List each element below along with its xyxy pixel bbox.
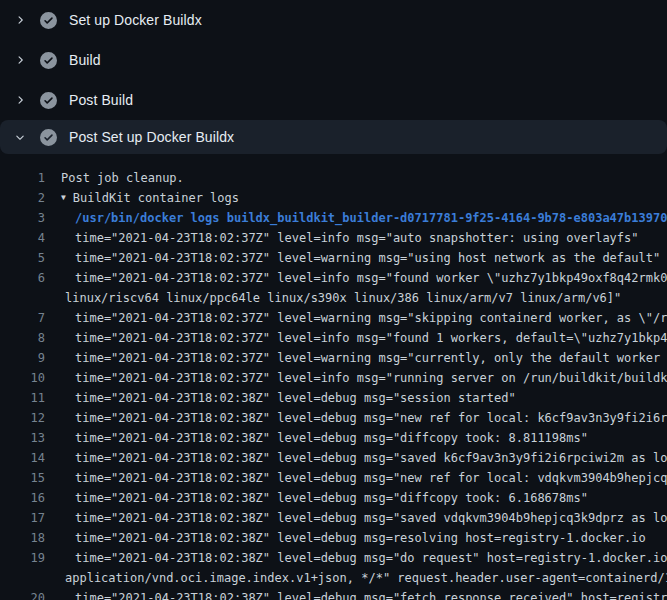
log-line: 15time="2021-04-23T18:02:38Z" level=debu… — [0, 468, 667, 488]
chevron-right-icon — [12, 12, 28, 28]
line-number[interactable]: 18 — [0, 528, 45, 548]
line-number[interactable]: 11 — [0, 388, 45, 408]
step-label: Build — [69, 52, 101, 68]
line-number[interactable]: 2 — [0, 188, 45, 208]
step-header-post-build[interactable]: Post Build — [0, 80, 667, 120]
log-text: time="2021-04-23T18:02:38Z" level=debug … — [75, 548, 667, 568]
log-line: 10time="2021-04-23T18:02:37Z" level=info… — [0, 368, 667, 388]
line-number[interactable]: 14 — [0, 448, 45, 468]
log-line: 20time="2021-04-23T18:02:38Z" level=debu… — [0, 588, 667, 600]
log-line: 7time="2021-04-23T18:02:37Z" level=warni… — [0, 308, 667, 328]
step-header-build[interactable]: Build — [0, 40, 667, 80]
log-line: 3/usr/bin/docker logs buildx_buildkit_bu… — [0, 208, 667, 228]
line-number — [0, 288, 45, 308]
log-line: 2▼BuildKit container logs — [0, 188, 667, 208]
log-line: application/vnd.oci.image.index.v1+json,… — [0, 568, 667, 588]
log-line: 9time="2021-04-23T18:02:37Z" level=warni… — [0, 348, 667, 368]
line-number[interactable]: 3 — [0, 208, 45, 228]
line-number[interactable]: 9 — [0, 348, 45, 368]
log-line: linux/riscv64 linux/ppc64le linux/s390x … — [0, 288, 667, 308]
log-line: 1Post job cleanup. — [0, 168, 667, 188]
log-text: time="2021-04-23T18:02:38Z" level=debug … — [75, 388, 516, 408]
step-header-post-set-up-docker-buildx[interactable]: Post Set up Docker Buildx — [0, 120, 667, 154]
log-text: Post job cleanup. — [61, 168, 184, 188]
line-number[interactable]: 8 — [0, 328, 45, 348]
log-line: 16time="2021-04-23T18:02:38Z" level=debu… — [0, 488, 667, 508]
log-line: 13time="2021-04-23T18:02:38Z" level=debu… — [0, 428, 667, 448]
log-text: time="2021-04-23T18:02:38Z" level=debug … — [75, 428, 588, 448]
command-text: /usr/bin/docker logs buildx_buildkit_bui… — [75, 208, 667, 228]
log-line: 8time="2021-04-23T18:02:37Z" level=info … — [0, 328, 667, 348]
log-line: 17time="2021-04-23T18:02:38Z" level=debu… — [0, 508, 667, 528]
log-text: time="2021-04-23T18:02:37Z" level=info m… — [75, 368, 667, 388]
line-number[interactable]: 12 — [0, 408, 45, 428]
log-text: time="2021-04-23T18:02:37Z" level=info m… — [75, 268, 667, 288]
log-text: application/vnd.oci.image.index.v1+json,… — [65, 568, 667, 588]
check-circle-icon — [40, 129, 57, 146]
log-line: 5time="2021-04-23T18:02:37Z" level=warni… — [0, 248, 667, 268]
log-line: 18time="2021-04-23T18:02:38Z" level=debu… — [0, 528, 667, 548]
group-caret-icon[interactable]: ▼ — [61, 188, 66, 208]
log-line: 6time="2021-04-23T18:02:37Z" level=info … — [0, 268, 667, 288]
log-viewer[interactable]: 1Post job cleanup.2▼BuildKit container l… — [0, 154, 667, 600]
log-text: time="2021-04-23T18:02:37Z" level=warnin… — [75, 248, 660, 268]
line-number[interactable]: 5 — [0, 248, 45, 268]
line-number[interactable]: 1 — [0, 168, 45, 188]
log-text: time="2021-04-23T18:02:38Z" level=debug … — [75, 528, 646, 548]
line-number — [0, 568, 45, 588]
log-lines: 1Post job cleanup.2▼BuildKit container l… — [0, 168, 667, 600]
step-label: Post Build — [69, 92, 133, 108]
chevron-right-icon — [12, 92, 28, 108]
log-text: time="2021-04-23T18:02:38Z" level=debug … — [75, 448, 667, 468]
step-label: Set up Docker Buildx — [69, 12, 202, 28]
log-text: time="2021-04-23T18:02:38Z" level=debug … — [75, 468, 667, 488]
log-text: time="2021-04-23T18:02:38Z" level=debug … — [75, 588, 667, 600]
log-text: linux/riscv64 linux/ppc64le linux/s390x … — [65, 288, 621, 308]
check-circle-icon — [40, 12, 57, 29]
log-text: time="2021-04-23T18:02:38Z" level=debug … — [75, 488, 588, 508]
steps-list: Set up Docker Buildx Build Post Build Po… — [0, 0, 667, 154]
log-line: 19time="2021-04-23T18:02:38Z" level=debu… — [0, 548, 667, 568]
check-circle-icon — [40, 92, 57, 109]
check-circle-icon — [40, 52, 57, 69]
line-number[interactable]: 10 — [0, 368, 45, 388]
line-number[interactable]: 15 — [0, 468, 45, 488]
log-line: 4time="2021-04-23T18:02:37Z" level=info … — [0, 228, 667, 248]
log-text: time="2021-04-23T18:02:37Z" level=info m… — [75, 228, 639, 248]
log-line: 11time="2021-04-23T18:02:38Z" level=debu… — [0, 388, 667, 408]
log-text: time="2021-04-23T18:02:38Z" level=debug … — [75, 408, 667, 428]
line-number[interactable]: 19 — [0, 548, 45, 568]
log-line: 12time="2021-04-23T18:02:38Z" level=debu… — [0, 408, 667, 428]
log-text: ▼BuildKit container logs — [61, 188, 239, 208]
log-text: time="2021-04-23T18:02:37Z" level=info m… — [75, 328, 667, 348]
chevron-right-icon — [12, 52, 28, 68]
chevron-down-icon — [12, 129, 28, 145]
line-number[interactable]: 6 — [0, 268, 45, 288]
step-header-set-up-docker-buildx[interactable]: Set up Docker Buildx — [0, 0, 667, 40]
log-text: time="2021-04-23T18:02:38Z" level=debug … — [75, 508, 667, 528]
line-number[interactable]: 17 — [0, 508, 45, 528]
line-number[interactable]: 16 — [0, 488, 45, 508]
step-label: Post Set up Docker Buildx — [69, 129, 234, 145]
log-line: 14time="2021-04-23T18:02:38Z" level=debu… — [0, 448, 667, 468]
line-number[interactable]: 13 — [0, 428, 45, 448]
line-number[interactable]: 4 — [0, 228, 45, 248]
log-text: time="2021-04-23T18:02:37Z" level=warnin… — [75, 348, 667, 368]
line-number[interactable]: 7 — [0, 308, 45, 328]
log-text: time="2021-04-23T18:02:37Z" level=warnin… — [75, 308, 667, 328]
line-number[interactable]: 20 — [0, 588, 45, 600]
